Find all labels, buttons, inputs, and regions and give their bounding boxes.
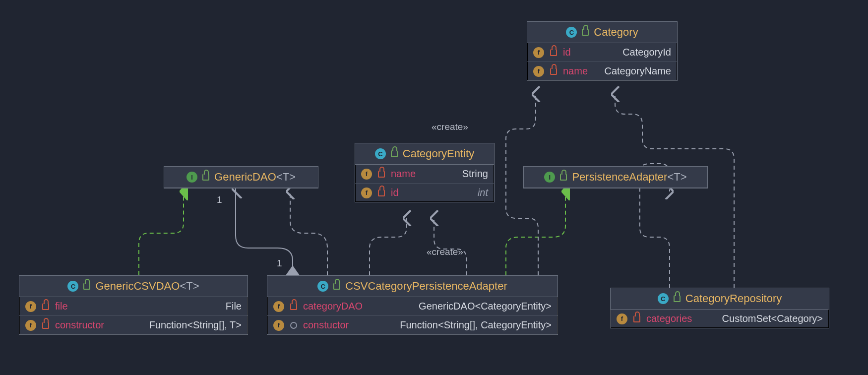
class-name: GenericCSVDAO<T> <box>95 280 199 293</box>
class-title: I PersistenceAdapter<T> <box>524 167 707 188</box>
field-row: f id CategoryId <box>527 43 677 62</box>
visibility-icon <box>582 29 589 36</box>
visibility-icon <box>202 174 209 181</box>
field-name: categoryDAO <box>303 301 363 312</box>
field-name: id <box>391 187 399 198</box>
field-icon: f <box>25 320 36 331</box>
class-name: GenericDAO<T> <box>214 171 296 184</box>
interface-icon: I <box>186 172 197 183</box>
private-icon <box>42 303 49 310</box>
class-csvcategorypersistenceadapter[interactable]: C CSVCategoryPersistenceAdapter f catego… <box>267 275 558 335</box>
class-categoryrepository[interactable]: C CategoryRepository f categories Custom… <box>610 288 829 328</box>
class-title: I GenericDAO<T> <box>164 167 318 188</box>
class-icon: C <box>566 27 577 38</box>
field-type: CustomSet<Category> <box>722 313 823 324</box>
field-row: f categories CustomSet<Category> <box>611 310 829 328</box>
class-icon: C <box>67 281 78 292</box>
class-title: C Category <box>527 22 677 43</box>
field-name: name <box>391 168 416 180</box>
field-name: file <box>55 301 68 312</box>
edge-label-create: «create» <box>427 247 463 257</box>
class-name: CategoryRepository <box>685 292 782 305</box>
visibility-icon <box>333 283 340 290</box>
private-icon <box>378 189 385 196</box>
private-icon <box>42 322 49 329</box>
field-icon: f <box>273 320 284 331</box>
class-icon: C <box>375 148 386 159</box>
field-type: GenericDAO<CategoryEntity> <box>419 301 552 312</box>
field-icon: f <box>361 169 372 180</box>
uml-canvas: C Category f id CategoryId f name Catego… <box>0 0 868 375</box>
field-type: Function<String[], CategoryEntity> <box>400 319 552 331</box>
field-row: f name CategoryName <box>527 62 677 80</box>
field-type: CategoryId <box>622 47 671 58</box>
interface-genericdao[interactable]: I GenericDAO<T> <box>164 166 318 188</box>
field-icon: f <box>361 188 372 198</box>
field-icon: f <box>617 313 627 324</box>
class-icon: C <box>658 293 669 304</box>
class-name: CategoryEntity <box>403 147 474 160</box>
class-title: C CategoryEntity <box>355 143 494 165</box>
field-name: name <box>563 65 588 77</box>
edge-multiplicity: 1 <box>277 258 282 269</box>
field-icon: f <box>273 301 284 312</box>
edge-multiplicity: 1 <box>217 194 222 205</box>
class-categoryentity[interactable]: C CategoryEntity f name String f id int <box>355 143 495 202</box>
edge-label-create: «create» <box>432 122 468 132</box>
private-icon <box>550 49 557 56</box>
visibility-icon <box>674 295 681 302</box>
private-icon <box>550 68 557 75</box>
field-name: constuctor <box>303 319 349 331</box>
field-icon: f <box>533 66 544 77</box>
field-type: String <box>462 168 488 180</box>
field-row: f id int <box>355 183 494 202</box>
field-type: CategoryName <box>604 65 671 77</box>
class-title: C GenericCSVDAO<T> <box>19 276 248 297</box>
class-title: C CategoryRepository <box>611 288 829 310</box>
field-row: f name String <box>355 165 494 183</box>
field-icon: f <box>533 47 544 58</box>
field-row: f constructor Function<String[], T> <box>19 315 248 334</box>
field-type: File <box>226 301 242 312</box>
field-row: f categoryDAO GenericDAO<CategoryEntity> <box>267 297 558 315</box>
field-row: f constuctor Function<String[], Category… <box>267 315 558 334</box>
field-name: id <box>563 47 571 58</box>
private-icon <box>633 315 640 322</box>
visibility-icon <box>83 283 90 290</box>
class-title: C CSVCategoryPersistenceAdapter <box>267 276 558 297</box>
interface-icon: I <box>544 172 555 183</box>
class-genericcsvdao[interactable]: C GenericCSVDAO<T> f file File f constru… <box>19 275 248 335</box>
field-name: categories <box>646 313 692 324</box>
package-icon <box>290 322 297 329</box>
field-icon: f <box>25 301 36 312</box>
field-name: constructor <box>55 319 104 331</box>
private-icon <box>378 171 385 178</box>
field-row: f file File <box>19 297 248 315</box>
class-name: PersistenceAdapter<T> <box>572 171 686 184</box>
interface-persistenceadapter[interactable]: I PersistenceAdapter<T> <box>523 166 708 188</box>
field-type: Function<String[], T> <box>149 319 242 331</box>
visibility-icon <box>391 150 398 157</box>
class-name: CSVCategoryPersistenceAdapter <box>345 280 507 293</box>
visibility-icon <box>560 174 567 181</box>
private-icon <box>290 303 297 310</box>
class-name: Category <box>594 26 638 39</box>
class-category[interactable]: C Category f id CategoryId f name Catego… <box>527 21 678 81</box>
field-type: int <box>478 187 488 198</box>
class-icon: C <box>317 281 328 292</box>
